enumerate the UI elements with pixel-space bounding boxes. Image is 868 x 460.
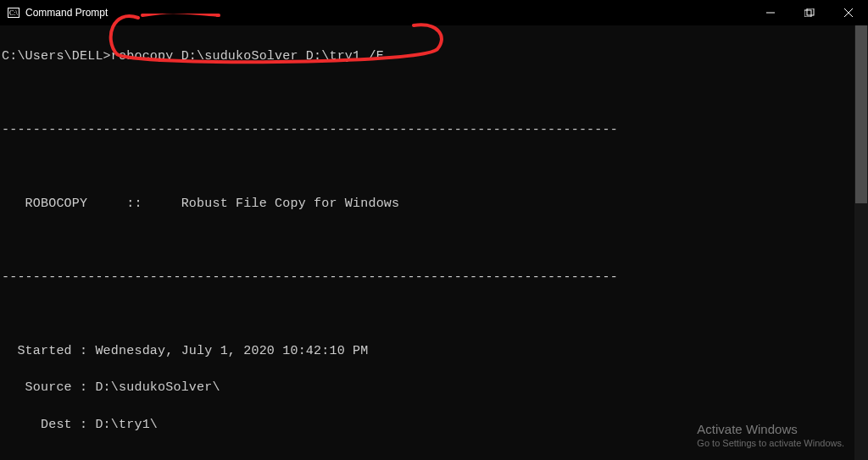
blank-line bbox=[2, 305, 865, 324]
prompt-path: C:\Users\DELL> bbox=[2, 47, 111, 66]
watermark-title: Activate Windows bbox=[697, 422, 844, 436]
info-started: Started : Wednesday, July 1, 2020 10:42:… bbox=[2, 342, 865, 361]
window-titlebar: C:\ Command Prompt bbox=[0, 0, 868, 25]
window-title: Command Prompt bbox=[25, 7, 751, 19]
minimize-button[interactable] bbox=[751, 0, 790, 25]
scrollbar-thumb[interactable] bbox=[855, 25, 867, 203]
svg-text:C:\: C:\ bbox=[9, 9, 19, 17]
terminal-output[interactable]: C:\Users\DELL>robocopy D:\sudukoSolver D… bbox=[0, 25, 868, 460]
blank-line bbox=[2, 158, 865, 176]
svg-rect-3 bbox=[804, 10, 811, 17]
activate-windows-watermark: Activate Windows Go to Settings to activ… bbox=[697, 422, 844, 448]
divider-line: ----------------------------------------… bbox=[2, 121, 865, 140]
close-button[interactable] bbox=[829, 0, 868, 25]
prompt-command: robocopy D:\sudukoSolver D:\try1 /E bbox=[111, 47, 384, 66]
scrollbar-track[interactable] bbox=[854, 25, 868, 460]
window-controls bbox=[751, 0, 868, 25]
divider-line: ----------------------------------------… bbox=[2, 269, 865, 287]
blank-line bbox=[2, 231, 865, 250]
cmd-icon: C:\ bbox=[7, 6, 20, 19]
maximize-button[interactable] bbox=[790, 0, 829, 25]
blank-line bbox=[2, 84, 865, 103]
info-source: Source : D:\sudukoSolver\ bbox=[2, 379, 865, 397]
svg-rect-4 bbox=[807, 8, 814, 15]
robocopy-header: ROBOCOPY :: Robust File Copy for Windows bbox=[2, 195, 865, 213]
watermark-subtitle: Go to Settings to activate Windows. bbox=[697, 438, 844, 448]
blank-line bbox=[2, 452, 865, 460]
